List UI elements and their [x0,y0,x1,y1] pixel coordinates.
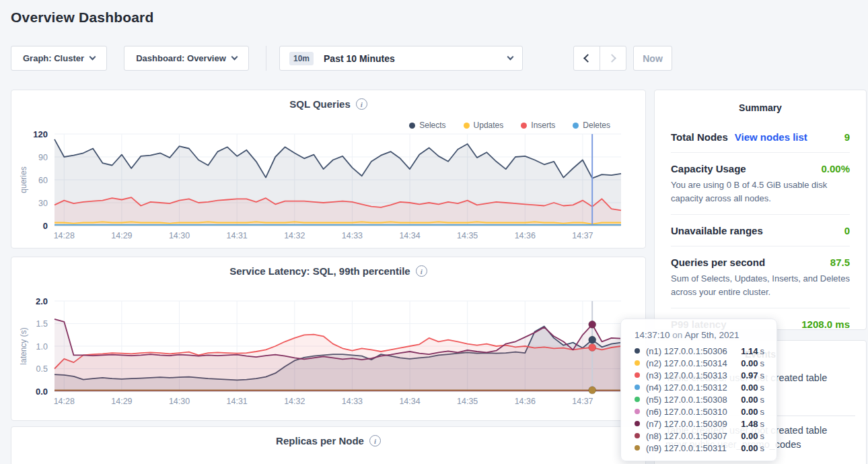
info-icon[interactable]: i [369,435,381,446]
page-title: Overview Dashboard [11,9,154,26]
x-axis-tick: 14:37 [572,397,593,406]
tooltip-node-value: 1.14 [741,346,758,356]
summary-stat-value: 0.00% [821,163,850,174]
x-axis-tick: 14:37 [572,231,593,240]
summary-row-head: Capacity Usage0.00% [671,163,850,174]
y-axis-tick: 60 [38,176,48,185]
tooltip-node-row: (n3) 127.0.0.1:503130.97s [635,369,764,381]
tooltip-node-unit: s [760,383,765,393]
x-axis-tick: 14:31 [227,397,248,406]
tooltip-node-label: (n9) 127.0.0.1:50311 [646,443,727,453]
x-axis-tick: 14:28 [54,397,75,406]
tooltip-node-value: 0.00 [741,443,758,453]
service-latency-chart[interactable]: 14:2814:2914:3014:3114:3214:3314:3414:35… [11,257,647,422]
tooltip-node-dot [635,385,640,390]
x-axis-tick: 14:36 [515,231,536,240]
x-axis-tick: 14:28 [54,231,75,240]
x-axis-tick: 14:33 [342,397,363,406]
overview-dashboard-page: Overview Dashboard Graph: Cluster Dashbo… [0,0,868,464]
time-range-badge: 10m [289,52,314,65]
x-axis-tick: 14:33 [342,231,363,240]
crosshair-dot [589,344,596,352]
now-button[interactable]: Now [633,46,672,71]
x-axis-tick: 14:35 [457,231,478,240]
graph-dropdown-label: Graph: Cluster [23,53,84,63]
graph-dropdown[interactable]: Graph: Cluster [11,46,107,71]
tooltip-node-value: 1.48 [741,419,758,429]
time-range-picker[interactable]: 10m Past 10 Minutes [279,46,523,71]
x-axis-tick: 14:30 [169,397,190,406]
x-axis-tick: 14:32 [284,231,305,240]
summary-stat-label: Capacity Usage [671,163,746,174]
chart-hover-tooltip: 14:37:10 on Apr 5th, 2021 (n1) 127.0.0.1… [620,319,777,461]
summary-row-head: Unavailable ranges0 [671,225,850,236]
y-axis-tick: 90 [38,153,48,162]
tooltip-node-label: (n2) 127.0.0.1:50314 [646,358,727,368]
summary-row: Capacity Usage0.00%You are using 0 B of … [671,152,850,214]
x-axis-tick: 14:31 [227,231,248,240]
y-axis-tick: 30 [38,199,48,208]
x-axis-tick: 14:34 [399,397,420,406]
time-next-button[interactable] [600,46,626,71]
tooltip-node-unit: s [760,431,765,441]
tooltip-node-dot [635,372,640,378]
tooltip-node-value: 0.00 [741,383,758,393]
y-axis-tick: 1.5 [36,319,48,329]
x-axis-tick: 14:29 [111,231,132,240]
tooltip-node-unit: s [760,346,765,356]
tooltip-node-row: (n5) 127.0.0.1:503080.00s [635,393,764,405]
crosshair-dot [589,387,596,394]
summary-row-head: Queries per second87.5 [671,257,850,268]
tooltip-node-unit: s [760,395,765,405]
tooltip-node-unit: s [760,419,765,429]
summary-stat-label: Queries per second [671,257,765,268]
tooltip-node-row: (n7) 127.0.0.1:503091.48s [635,418,764,430]
summary-stat-value: 1208.0 ms [801,319,850,330]
summary-stat-label: Total Nodes [671,131,728,143]
summary-row-head: Total NodesView nodes list9 [671,131,850,143]
view-nodes-list-link[interactable]: View nodes list [735,131,807,143]
now-button-label: Now [643,53,663,64]
replicas-per-node-title: Replicas per Node [276,435,364,446]
summary-stat-description: Sum of Selects, Updates, Inserts, and De… [671,272,850,298]
tooltip-node-dot [635,360,640,366]
tooltip-node-dot [635,445,640,451]
tooltip-node-row: (n9) 127.0.0.1:503110.00s [635,442,764,454]
tooltip-node-row: (n6) 127.0.0.1:503100.00s [635,405,764,418]
chevron-right-icon [608,54,616,63]
summary-rows: Total NodesView nodes list9Capacity Usag… [655,121,866,339]
toolbar-divider [266,46,266,71]
y-axis-tick: 120 [33,129,48,139]
tooltip-node-label: (n6) 127.0.0.1:50310 [646,407,727,417]
tooltip-node-label: (n1) 127.0.0.1:50306 [646,346,727,356]
sql-queries-chart[interactable]: 14:2814:2914:3014:3114:3214:3314:3414:35… [11,90,647,249]
service-latency-card: Service Latency: SQL, 99th percentile i … [11,257,646,421]
y-axis-tick: 0.5 [36,364,48,374]
crosshair-dot [589,321,596,328]
x-axis-tick: 14:35 [457,397,478,406]
tooltip-node-dot [635,409,640,414]
y-axis-tick: 0.0 [36,387,48,397]
summary-row: Queries per second87.5Sum of Selects, Up… [671,246,850,308]
y-axis-tick: 2.0 [36,296,48,306]
chevron-down-icon [89,54,96,61]
tooltip-node-dot [635,433,640,438]
tooltip-node-value: 0.00 [741,407,758,417]
time-prev-button[interactable] [573,46,600,71]
tooltip-node-row: (n1) 127.0.0.1:503061.14s [635,345,764,357]
tooltip-node-unit: s [760,443,765,453]
tooltip-node-dot [635,397,640,402]
x-axis-tick: 14:34 [399,231,420,240]
dashboard-dropdown[interactable]: Dashboard: Overview [124,46,249,71]
chevron-down-icon [507,54,514,61]
tooltip-node-label: (n4) 127.0.0.1:50312 [646,383,727,393]
summary-stat-label: Unavailable ranges [671,225,763,236]
tooltip-node-unit: s [760,358,765,368]
summary-stat-description: You are using 0 B of 4.5 GiB usable disk… [671,178,850,205]
tooltip-timestamp: 14:37:10 on Apr 5th, 2021 [635,330,764,340]
summary-title: Summary [655,90,866,113]
summary-row: Total NodesView nodes list9 [671,121,850,152]
dashboard-dropdown-label: Dashboard: Overview [136,53,226,63]
tooltip-node-value: 0.00 [741,431,758,441]
summary-stat-value: 0 [844,225,850,236]
